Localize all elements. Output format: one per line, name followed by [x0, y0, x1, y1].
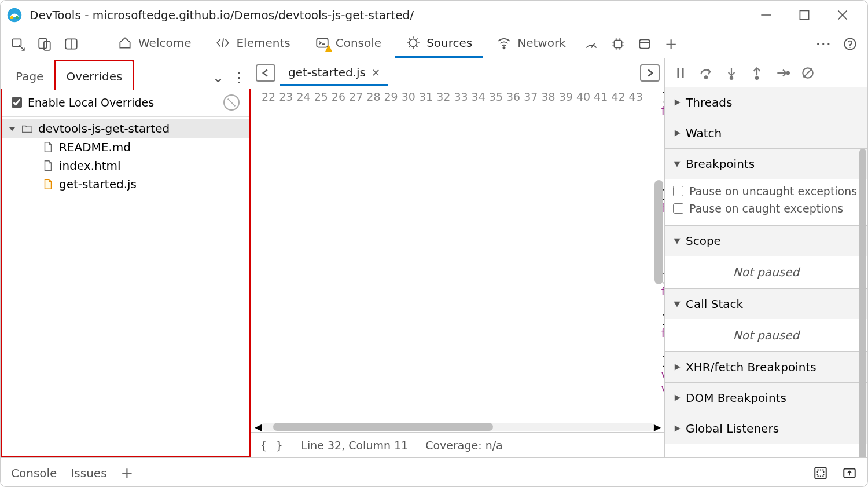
scope-section[interactable]: Scope	[665, 226, 867, 256]
svg-line-30	[803, 68, 812, 77]
sidebar-tab-page[interactable]: Page	[5, 61, 54, 90]
add-drawer-tab-button[interactable]	[121, 464, 134, 482]
watch-section[interactable]: Watch	[665, 118, 867, 148]
svg-rect-31	[815, 467, 826, 479]
callstack-section[interactable]: Call Stack	[665, 289, 867, 319]
tab-elements-label: Elements	[236, 36, 290, 50]
tab-console-label: Console	[336, 36, 381, 50]
dock-side-icon[interactable]	[60, 32, 83, 56]
xhr-breakpoints-section[interactable]: XHR/fetch Breakpoints	[665, 352, 867, 382]
svg-rect-10	[65, 39, 77, 49]
section-label: Scope	[686, 234, 721, 248]
file-icon	[42, 159, 54, 172]
settings-menu-button[interactable]	[812, 32, 835, 56]
vertical-scrollbar[interactable]	[654, 180, 663, 284]
global-listeners-section[interactable]: Global Listeners	[665, 413, 867, 444]
sidebar-tab-overrides[interactable]: Overrides	[54, 60, 134, 90]
pause-icon[interactable]	[673, 65, 688, 80]
tree-file-row[interactable]: README.md	[2, 138, 249, 156]
drawer-tab-console[interactable]: Console	[11, 466, 57, 480]
breakpoints-section[interactable]: Breakpoints	[665, 149, 867, 179]
scroll-right-icon[interactable]: ▶	[654, 422, 661, 433]
pause-uncaught-checkbox[interactable]	[673, 186, 683, 196]
tab-network-label: Network	[517, 36, 566, 50]
tab-sources-label: Sources	[426, 36, 472, 50]
deactivate-breakpoints-icon[interactable]	[800, 65, 815, 80]
help-button[interactable]	[838, 32, 862, 56]
tab-elements[interactable]: Elements	[205, 30, 300, 58]
pause-caught-checkbox[interactable]	[673, 203, 683, 214]
svg-rect-4	[800, 10, 808, 19]
more-sidebar-tabs-icon[interactable]	[212, 69, 224, 86]
svg-point-2	[16, 16, 19, 19]
section-label: Threads	[686, 96, 732, 109]
nav-back-button[interactable]	[256, 64, 275, 82]
maximize-button[interactable]	[797, 8, 812, 23]
tab-welcome[interactable]: Welcome	[107, 30, 201, 58]
tab-console[interactable]: Console	[304, 30, 392, 58]
nav-forward-button[interactable]	[640, 64, 660, 82]
performance-icon[interactable]	[580, 32, 603, 56]
svg-point-26	[756, 76, 758, 79]
svg-point-14	[503, 47, 505, 49]
dom-breakpoints-section[interactable]: DOM Breakpoints	[665, 383, 867, 413]
threads-section[interactable]: Threads	[665, 87, 867, 118]
svg-rect-8	[39, 38, 46, 48]
more-tabs-button[interactable]	[660, 32, 683, 56]
tree-file-row[interactable]: index.html	[2, 156, 249, 175]
navigator-sidebar: Page Overrides Enable Local Overrides de…	[1, 58, 251, 457]
horizontal-scrollbar[interactable]	[262, 423, 653, 431]
enable-overrides-checkbox[interactable]	[12, 97, 22, 108]
not-paused-label: Not paused	[665, 256, 867, 288]
tab-sources[interactable]: Sources	[395, 30, 483, 58]
svg-point-13	[410, 39, 417, 47]
step-icon[interactable]	[775, 65, 790, 80]
section-label: XHR/fetch Breakpoints	[686, 360, 816, 374]
pretty-print-icon[interactable]: { }	[260, 439, 284, 452]
title-bar: DevTools - microsoftedge.github.io/Demos…	[1, 1, 867, 30]
svg-rect-9	[44, 41, 50, 50]
window-title: DevTools - microsoftedge.github.io/Demos…	[30, 8, 759, 22]
tree-folder-label: devtools-js-get-started	[38, 122, 170, 136]
svg-rect-17	[639, 39, 649, 48]
close-button[interactable]	[835, 8, 850, 23]
debugger-pane: Threads Watch Breakpoints Pause on uncau…	[665, 58, 867, 457]
section-label: Breakpoints	[686, 157, 755, 171]
line-number-gutter: 22 23 24 25 26 27 28 29 30 31 32 33 34 3…	[251, 87, 649, 422]
computed-styles-icon[interactable]	[813, 466, 828, 481]
cursor-position-label: Line 32, Column 11	[301, 439, 408, 452]
section-label: DOM Breakpoints	[686, 391, 786, 405]
tab-welcome-label: Welcome	[138, 36, 191, 50]
minimize-button[interactable]	[759, 8, 774, 23]
folder-icon	[21, 122, 34, 135]
scroll-left-icon[interactable]: ◀	[255, 422, 262, 433]
tab-network[interactable]: Network	[486, 30, 576, 58]
expand-drawer-icon[interactable]	[842, 466, 857, 481]
checkbox-label: Pause on uncaught exceptions	[689, 185, 857, 197]
application-icon[interactable]	[633, 32, 656, 56]
file-icon	[42, 141, 54, 153]
tree-file-row[interactable]: get-started.js	[2, 175, 249, 193]
code-area[interactable]: 22 23 24 25 26 27 28 29 30 31 32 33 34 3…	[251, 87, 664, 422]
step-out-icon[interactable]	[749, 65, 764, 80]
step-into-icon[interactable]	[724, 65, 739, 80]
clear-overrides-icon[interactable]	[223, 94, 240, 111]
enable-overrides-row: Enable Local Overrides	[2, 89, 249, 117]
tree-file-label: README.md	[59, 140, 131, 154]
section-label: Global Listeners	[686, 422, 779, 435]
close-tab-icon[interactable]: ✕	[372, 67, 380, 79]
sidebar-options-icon[interactable]	[232, 69, 246, 86]
drawer-tab-issues[interactable]: Issues	[71, 466, 106, 480]
vertical-scrollbar[interactable]	[859, 149, 866, 457]
step-over-icon[interactable]	[698, 65, 713, 80]
memory-icon[interactable]	[606, 32, 630, 56]
inspect-element-icon[interactable]	[6, 32, 30, 56]
svg-rect-32	[818, 470, 824, 476]
svg-point-24	[730, 76, 733, 79]
tree-file-label: index.html	[59, 159, 121, 173]
device-emulation-icon[interactable]	[33, 32, 56, 56]
tree-folder-row[interactable]: devtools-js-get-started	[2, 119, 249, 138]
enable-overrides-label: Enable Local Overrides	[28, 96, 154, 109]
section-label: Call Stack	[686, 297, 743, 311]
editor-file-tab[interactable]: get-started.js ✕	[280, 60, 388, 86]
